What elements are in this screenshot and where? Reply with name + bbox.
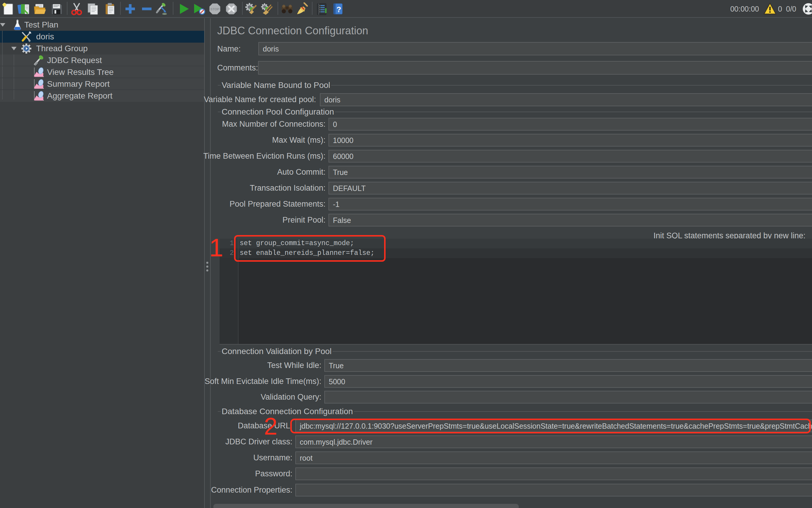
svg-text:?: ?: [336, 5, 341, 14]
svg-text:STOP: STOP: [211, 7, 219, 11]
